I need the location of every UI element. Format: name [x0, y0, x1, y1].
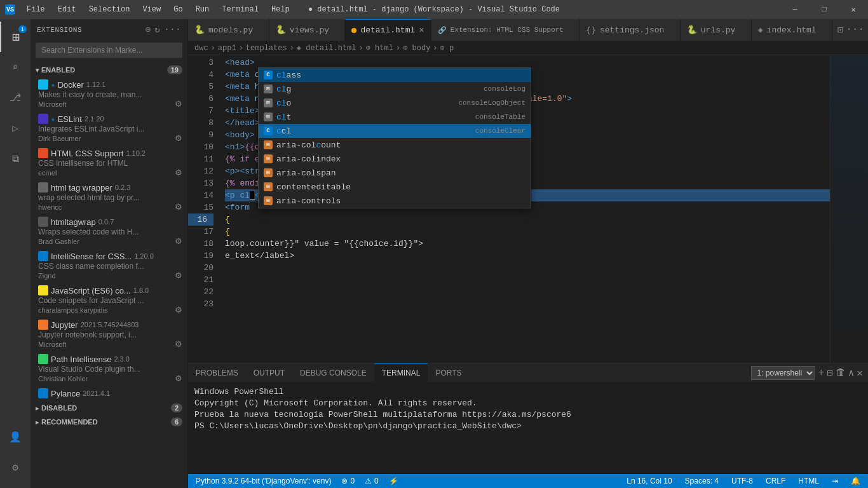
- tab-index-html[interactable]: ◈ index.html ×: [752, 19, 832, 41]
- notification-status[interactable]: 🔔: [848, 477, 863, 485]
- lightning-status[interactable]: ⚡: [386, 477, 401, 485]
- html-css-gear-icon[interactable]: ⚙: [175, 168, 182, 177]
- tab-settings-json[interactable]: {} settings.json ×: [580, 19, 680, 41]
- enabled-section-header[interactable]: ▾ ENABLED 19: [31, 63, 187, 77]
- ac-item-clo[interactable]: ⊡ clo consoleLogObject: [259, 96, 531, 110]
- warnings-status[interactable]: ⚠ 0: [362, 477, 381, 485]
- extension-jupyter[interactable]: Jupyter 2021.5.745244803 Jupyter noteboo…: [31, 317, 187, 351]
- minimize-button[interactable]: ─: [780, 0, 810, 19]
- split-terminal-icon[interactable]: ⊟: [827, 367, 833, 379]
- recommended-section-header[interactable]: ▸ RECOMMENDED 6: [31, 415, 187, 429]
- split-editor-icon[interactable]: ⊡: [837, 24, 844, 36]
- line-ending-status[interactable]: CRLF: [763, 477, 788, 485]
- python-env-status[interactable]: Python 3.9.2 64-bit ('DjangoVenv': venv): [193, 477, 334, 485]
- ac-item-aria-colcount[interactable]: ⊟ aria-colcount: [259, 138, 531, 152]
- menu-selection[interactable]: Selection: [83, 3, 137, 17]
- errors-status[interactable]: ⊗ 0: [339, 477, 357, 485]
- detail-html-close[interactable]: ×: [419, 25, 424, 36]
- maximize-button[interactable]: □: [810, 0, 839, 19]
- extension-html-css-support[interactable]: HTML CSS Support 1.10.2 CSS Intellisense…: [31, 146, 187, 180]
- path-intellisense-name: Path Intellisense: [51, 355, 111, 364]
- menu-file[interactable]: File: [20, 3, 51, 17]
- ac-item-clt[interactable]: ⊡ clt consoleTable: [259, 110, 531, 124]
- urls-py-icon: 🐍: [687, 25, 697, 35]
- code-content[interactable]: <head> <meta charset="UTF-8"> <meta http…: [220, 55, 830, 363]
- ac-item-ccl[interactable]: C ccl consoleClear: [259, 124, 531, 138]
- jupyter-gear-icon[interactable]: ⚙: [175, 339, 182, 349]
- intellisense-css-gear-icon[interactable]: ⚙: [175, 271, 182, 280]
- ac-item-class[interactable]: C class: [259, 68, 531, 82]
- extension-docker[interactable]: ★ Docker 1.12.1 Makes it easy to create,…: [31, 77, 187, 111]
- extensions-search-input[interactable]: [36, 43, 182, 58]
- tab-bar: 🐍 models.py × 🐍 views.py × detail.html ×…: [188, 19, 868, 41]
- ac-item-aria-colspan[interactable]: ⊟ aria-colspan: [259, 166, 531, 180]
- close-button[interactable]: ✕: [839, 0, 868, 19]
- code-editor[interactable]: 3 4 5 6 7 8 9 10 11 12 13 14 15 16 17 18…: [188, 55, 868, 363]
- tab-detail-html[interactable]: detail.html ×: [345, 19, 431, 41]
- menu-run[interactable]: Run: [189, 3, 216, 17]
- html-tag-wrapper-gear-icon[interactable]: ⚙: [175, 202, 182, 212]
- menu-help[interactable]: Help: [265, 3, 296, 17]
- ac-item-aria-controls[interactable]: ⊟ aria-controls: [259, 194, 531, 208]
- trash-terminal-icon[interactable]: 🗑: [836, 367, 846, 379]
- activity-settings[interactable]: ⚙: [0, 452, 31, 483]
- extension-eslint[interactable]: ★ ESLint 2.1.20 Integrates ESLint JavaSc…: [31, 111, 187, 146]
- activity-run[interactable]: ▷: [0, 113, 31, 144]
- breadcrumb-p[interactable]: ⊕ p: [440, 43, 454, 53]
- indent-status[interactable]: ⇥: [829, 477, 841, 485]
- js-es6-gear-icon[interactable]: ⚙: [175, 305, 182, 315]
- spaces-status[interactable]: Spaces: 4: [682, 477, 721, 485]
- panel-tab-output[interactable]: OUTPUT: [246, 363, 292, 383]
- tab-views-py[interactable]: 🐍 views.py ×: [269, 19, 346, 41]
- language-status[interactable]: HTML: [796, 477, 822, 485]
- breadcrumb-html[interactable]: ⊕ html: [366, 43, 393, 53]
- more-tabs-icon[interactable]: ···: [846, 24, 864, 36]
- docker-gear-icon[interactable]: ⚙: [175, 99, 182, 109]
- panel-tab-ports[interactable]: PORTS: [428, 363, 469, 383]
- eslint-gear-icon[interactable]: ⚙: [175, 133, 182, 143]
- breadcrumb-app1[interactable]: app1: [218, 44, 236, 53]
- close-panel-icon[interactable]: ✕: [857, 367, 863, 379]
- cursor-position-status[interactable]: Ln 16, Col 10: [624, 477, 674, 485]
- menu-edit[interactable]: Edit: [51, 3, 83, 17]
- breadcrumb-templates[interactable]: templates: [246, 44, 287, 53]
- activity-extensions2[interactable]: ⧉: [0, 144, 31, 174]
- tab-extension-html-css[interactable]: 🔗 Extension: HTML CSS Support ×: [431, 19, 580, 41]
- disabled-section-header[interactable]: ▸ DISABLED 2: [31, 401, 187, 415]
- ac-clg-label: clg: [276, 83, 480, 95]
- panel-tab-debug-console[interactable]: DEBUG CONSOLE: [292, 363, 374, 383]
- extension-pylance[interactable]: Pylance 2021.4.1: [31, 386, 187, 401]
- extension-path-intellisense[interactable]: Path Intellisense 2.3.0 Visual Studio Co…: [31, 351, 187, 386]
- extension-javascript-es6[interactable]: JavaScript (ES6) co... 1.8.0 Code snippe…: [31, 283, 187, 317]
- extension-intellisense-css[interactable]: IntelliSense for CSS... 1.20.0 CSS class…: [31, 248, 187, 283]
- ac-item-aria-colindex[interactable]: ⊟ aria-colindex: [259, 152, 531, 166]
- extension-htmltagwrap[interactable]: htmltagwrap 0.0.7 Wraps selected code wi…: [31, 214, 187, 248]
- filter-icon[interactable]: ⊝: [145, 24, 151, 35]
- menu-terminal[interactable]: Terminal: [215, 3, 265, 17]
- panel-tab-terminal[interactable]: TERMINAL: [374, 363, 428, 383]
- panel-tab-problems[interactable]: PROBLEMS: [188, 363, 246, 383]
- menu-view[interactable]: View: [136, 3, 167, 17]
- refresh-icon[interactable]: ↻: [154, 24, 160, 35]
- add-terminal-icon[interactable]: +: [818, 367, 824, 379]
- terminal-content[interactable]: Windows PowerShell Copyright (C) Microso…: [188, 383, 868, 474]
- breadcrumb-detail-html[interactable]: ◈ detail.html: [297, 43, 356, 53]
- activity-accounts[interactable]: 👤: [0, 422, 31, 452]
- tab-urls-py[interactable]: 🐍 urls.py ×: [681, 19, 752, 41]
- tab-models-py[interactable]: 🐍 models.py ×: [188, 19, 269, 41]
- chevron-up-icon[interactable]: ∧: [848, 367, 855, 379]
- ac-item-clg[interactable]: ⊡ clg consoleLog: [259, 82, 531, 96]
- terminal-shell-selector[interactable]: 1: powershell: [751, 366, 815, 380]
- breadcrumb-dwc[interactable]: dwc: [194, 44, 208, 53]
- activity-source-control[interactable]: ⎇: [0, 83, 31, 113]
- ac-item-contenteditable[interactable]: ⊟ contenteditable: [259, 180, 531, 194]
- more-icon[interactable]: ···: [164, 24, 181, 35]
- extension-html-tag-wrapper[interactable]: html tag wrapper 0.2.3 wrap selected htm…: [31, 180, 187, 214]
- menu-go[interactable]: Go: [167, 3, 189, 17]
- breadcrumb-body[interactable]: ⊕ body: [403, 43, 430, 53]
- path-intellisense-gear-icon[interactable]: ⚙: [175, 374, 182, 383]
- encoding-status[interactable]: UTF-8: [729, 477, 756, 485]
- activity-search[interactable]: ⌕: [0, 52, 31, 83]
- htmltagwrap-gear-icon[interactable]: ⚙: [175, 236, 182, 246]
- activity-extensions[interactable]: ⊞ 1: [0, 22, 31, 52]
